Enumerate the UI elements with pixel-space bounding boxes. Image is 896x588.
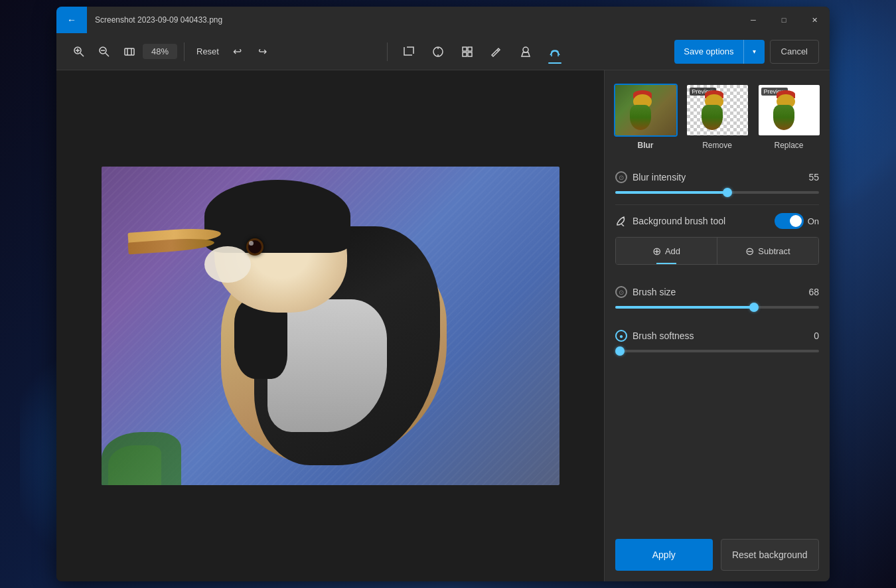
blur-mode-label: Blur: [638, 141, 654, 150]
subtract-button[interactable]: ⊖ Subtract: [717, 238, 818, 264]
brush-size-row: ⊙ Brush size 68: [615, 286, 819, 298]
reset-background-button[interactable]: Reset background: [721, 539, 820, 571]
replace-thumb-bg: Preview: [759, 85, 820, 135]
background-modes-section: Blur Preview Remove: [605, 70, 830, 161]
brush-tool-toggle-container: On: [775, 213, 819, 229]
blur-intensity-thumb[interactable]: [723, 188, 732, 197]
app-window: ← Screenshot 2023-09-09 040433.png ─ □ ✕: [56, 7, 830, 581]
remove-mode-label: Remove: [702, 141, 732, 150]
blur-intensity-label: ⊙ Blur intensity: [615, 171, 686, 183]
brush-size-value: 68: [808, 287, 819, 297]
content-area: Blur Preview Remove: [56, 70, 830, 581]
svg-rect-13: [463, 47, 467, 51]
brush-tool-icon: [615, 215, 627, 227]
subtract-icon: ⊖: [745, 245, 754, 257]
draw-tool-button[interactable]: [483, 38, 510, 65]
reset-button[interactable]: Reset: [191, 40, 224, 64]
titlebar: ← Screenshot 2023-09-09 040433.png ─ □ ✕: [56, 7, 830, 33]
right-panel: Blur Preview Remove: [604, 70, 830, 581]
svg-line-19: [621, 224, 624, 226]
remove-mode-item[interactable]: Preview Remove: [686, 84, 749, 150]
apply-button[interactable]: Apply: [615, 539, 713, 571]
brush-softness-thumb[interactable]: [615, 346, 625, 356]
minimize-button[interactable]: ─: [738, 7, 769, 33]
subtract-label: Subtract: [758, 246, 790, 256]
zoom-level: 48%: [143, 44, 177, 59]
save-options-button[interactable]: Save options ▾: [674, 40, 764, 64]
blur-intensity-icon: ⊙: [615, 171, 627, 183]
remove-mode-thumbnail[interactable]: Preview: [686, 84, 749, 137]
add-label: Add: [665, 246, 680, 256]
brush-size-icon: ⊙: [615, 286, 627, 298]
brush-softness-icon: ●: [615, 330, 627, 342]
fit-button[interactable]: [117, 40, 141, 64]
toolbar-center-section: [277, 38, 672, 65]
add-icon: ⊕: [652, 245, 661, 257]
add-subtract-section: ⊕ Add ⊖ Subtract: [615, 237, 819, 265]
svg-rect-16: [468, 52, 472, 56]
background-tool-button[interactable]: [542, 38, 568, 65]
blur-intensity-fill: [615, 191, 727, 194]
brush-tool-section: Background brush tool On: [605, 205, 830, 237]
toolbar: 48% Reset ↩ ↪: [56, 33, 830, 70]
window-title: Screenshot 2023-09-09 040433.png: [87, 15, 738, 25]
brush-size-thumb[interactable]: [749, 303, 759, 312]
toolbar-left-section: 48% Reset ↩ ↪: [67, 40, 275, 64]
remove-thumb-bg: Preview: [687, 85, 748, 135]
toolbar-divider-1: [184, 42, 185, 61]
brush-softness-section: ● Brush softness 0: [605, 319, 830, 363]
toggle-label: On: [808, 216, 819, 226]
blur-mode-item[interactable]: Blur: [614, 84, 678, 150]
svg-line-1: [80, 53, 84, 56]
brush-size-slider[interactable]: [615, 306, 819, 309]
blur-intensity-section: ⊙ Blur intensity 55: [605, 161, 830, 204]
replace-mode-thumbnail[interactable]: Preview: [757, 84, 821, 137]
save-options-chevron-icon[interactable]: ▾: [743, 40, 765, 64]
window-controls: ─ □ ✕: [738, 7, 830, 33]
blur-intensity-value: 55: [808, 172, 819, 183]
svg-line-17: [497, 50, 498, 51]
undo-button[interactable]: ↩: [226, 40, 250, 64]
add-button[interactable]: ⊕ Add: [616, 238, 717, 264]
brush-size-label: ⊙ Brush size: [615, 286, 676, 298]
svg-rect-14: [468, 47, 472, 51]
back-button[interactable]: ←: [56, 7, 87, 33]
svg-line-5: [106, 53, 109, 56]
replace-mode-item[interactable]: Preview Replace: [757, 84, 821, 150]
brush-size-fill: [615, 306, 754, 309]
close-button[interactable]: ✕: [799, 7, 830, 33]
svg-rect-15: [463, 52, 467, 56]
svg-point-18: [523, 47, 528, 52]
blur-intensity-slider[interactable]: [615, 191, 819, 194]
brush-softness-value: 0: [814, 331, 819, 341]
image-container: [102, 167, 560, 485]
zoom-in-button[interactable]: [67, 40, 91, 64]
brush-softness-row: ● Brush softness 0: [615, 330, 819, 342]
blur-intensity-row: ⊙ Blur intensity 55: [615, 171, 819, 183]
cancel-button[interactable]: Cancel: [770, 40, 819, 64]
bird-image: [102, 167, 560, 485]
crop-tool-button[interactable]: [396, 38, 422, 65]
redo-button[interactable]: ↪: [251, 40, 275, 64]
toolbar-right-section: Save options ▾ Cancel: [674, 40, 819, 64]
save-options-label: Save options: [674, 46, 743, 56]
bottom-buttons-section: Apply Reset background: [605, 528, 830, 581]
brush-softness-slider[interactable]: [615, 350, 819, 352]
brush-tool-toggle[interactable]: [775, 213, 804, 229]
blur-mode-thumbnail[interactable]: [614, 84, 678, 137]
canvas-area: [56, 70, 604, 581]
bird-artwork: [102, 167, 560, 485]
toggle-thumb: [790, 215, 802, 227]
maximize-button[interactable]: □: [769, 7, 799, 33]
toolbar-divider-2: [387, 42, 388, 61]
stamp-tool-button[interactable]: [512, 38, 539, 65]
brush-softness-label: ● Brush softness: [615, 330, 694, 342]
svg-rect-7: [125, 48, 134, 55]
brush-tool-label: Background brush tool: [615, 215, 725, 227]
brush-size-section: ⊙ Brush size 68: [605, 275, 830, 319]
adjust-tool-button[interactable]: [425, 38, 451, 65]
layout-tool-button[interactable]: [454, 38, 481, 65]
replace-mode-label: Replace: [774, 141, 803, 150]
zoom-out-button[interactable]: [92, 40, 116, 64]
